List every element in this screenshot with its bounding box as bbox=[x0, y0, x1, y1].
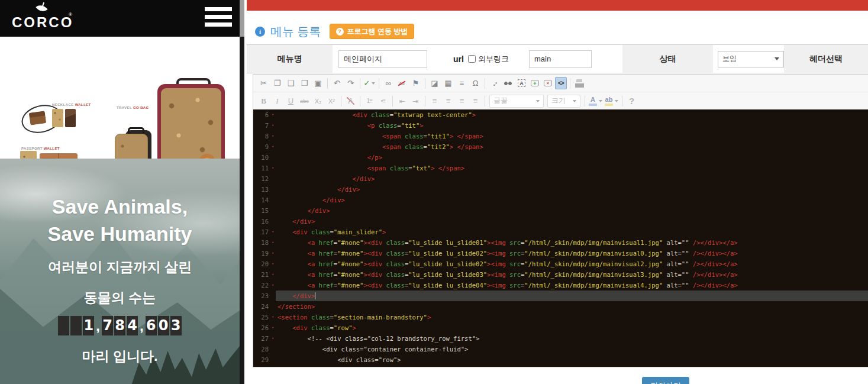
size-dropdown-icon[interactable]: 크기 bbox=[547, 95, 580, 108]
horizontal-line-icon[interactable]: ≡ bbox=[456, 77, 468, 89]
fold-arrow-icon[interactable]: ▾ bbox=[270, 141, 276, 152]
code-line-6[interactable]: 6▾ <div class="txtwrap text-center"> bbox=[253, 109, 868, 120]
fold-arrow-icon[interactable]: ▾ bbox=[270, 248, 276, 259]
copy-icon[interactable]: ❐ bbox=[271, 77, 283, 89]
link-icon[interactable]: ∞ bbox=[382, 77, 395, 89]
superscript-icon[interactable]: X² bbox=[325, 95, 338, 107]
strikethrough-icon[interactable]: abc bbox=[298, 95, 311, 107]
source-code-area[interactable]: 6▾ <div class="txtwrap text-center">7▾ <… bbox=[253, 109, 868, 367]
fold-arrow-icon[interactable]: ▾ bbox=[270, 237, 276, 248]
align-right-icon[interactable]: ≡ bbox=[456, 95, 468, 107]
code-line-10[interactable]: 10 </p> bbox=[253, 152, 868, 163]
table-icon[interactable]: ▦ bbox=[442, 77, 454, 89]
fold-arrow-icon[interactable]: ▾ bbox=[270, 109, 276, 120]
code-line-25[interactable]: 25▾<section class="section-main-brandsto… bbox=[253, 312, 868, 322]
indent-icon[interactable]: ⇥ bbox=[409, 95, 422, 107]
toolbar-separator bbox=[360, 96, 360, 107]
code-line-7[interactable]: 7▾ <p class="tit"> bbox=[253, 120, 868, 131]
code-line-22[interactable]: 22▾ <a href="#none"><div class="lu_slide… bbox=[253, 280, 868, 291]
leaf-icon bbox=[36, 2, 47, 15]
paste-icon[interactable]: ❑ bbox=[285, 77, 297, 89]
code-line-18[interactable]: 18▾ <a href="#none"><div class="lu_slide… bbox=[253, 237, 868, 248]
maximize-icon[interactable]: ↔ bbox=[486, 75, 504, 92]
source-icon[interactable]: <> bbox=[555, 77, 567, 89]
align-left-icon[interactable]: ≡ bbox=[428, 95, 441, 107]
bg-color-icon[interactable]: ab bbox=[605, 96, 618, 106]
code-line-11[interactable]: 11▾ <span class="txt"> </span> bbox=[253, 163, 868, 173]
outdent-icon[interactable]: ⇤ bbox=[396, 95, 408, 107]
numbered-list-icon[interactable]: 1≡ bbox=[363, 95, 376, 107]
code-line-21[interactable]: 21▾ <a href="#none"><div class="lu_slide… bbox=[253, 269, 868, 280]
fold-arrow-icon[interactable]: ▾ bbox=[270, 333, 276, 344]
fold-arrow-icon[interactable]: ▾ bbox=[270, 227, 276, 237]
redo-icon[interactable]: ↷ bbox=[344, 77, 357, 89]
code-line-19[interactable]: 19▾ <a href="#none"><div class="lu_slide… bbox=[253, 248, 868, 259]
code-line-16[interactable]: 16 </div> bbox=[253, 216, 868, 227]
fold-arrow-icon[interactable]: ▾ bbox=[270, 163, 276, 173]
comment-del-icon[interactable]: ✕ bbox=[544, 80, 552, 86]
toolbar-separator bbox=[570, 78, 570, 89]
preview-scrollbar-thumb[interactable] bbox=[240, 0, 244, 37]
code-line-17[interactable]: 17▾ <div class="main_slider"> bbox=[253, 227, 868, 237]
code-line-15[interactable]: 15 </div> bbox=[253, 205, 868, 216]
fold-arrow-icon[interactable]: ▾ bbox=[270, 259, 276, 269]
code-line-12[interactable]: 12 </div> bbox=[253, 173, 868, 184]
code-line-8[interactable]: 8▾ <span class="tit1"> </span> bbox=[253, 131, 868, 141]
code-line-9[interactable]: 9▾ <span class="tit2"> </span> bbox=[253, 141, 868, 152]
code-line-20[interactable]: 20▾ <a href="#none"><div class="lu_slide… bbox=[253, 259, 868, 269]
code-line-27[interactable]: 27▾ <!-- <div class="col-12 brandstory_r… bbox=[253, 333, 868, 344]
code-line-26[interactable]: 26▾ <div class="row"> bbox=[253, 322, 868, 333]
anchor-flag-icon[interactable]: ⚑ bbox=[409, 77, 422, 89]
code-line-24[interactable]: 24</section> bbox=[253, 301, 868, 312]
fold-arrow-icon[interactable]: ▾ bbox=[270, 120, 276, 131]
menu-name-input[interactable] bbox=[338, 50, 427, 68]
code-line-29[interactable]: 29 <div class="row"> bbox=[253, 354, 868, 365]
line-number: 24 bbox=[253, 301, 270, 312]
paste-word-icon[interactable]: ▣ bbox=[312, 77, 324, 89]
find-icon[interactable] bbox=[502, 77, 514, 89]
toolbar-separator bbox=[425, 78, 425, 89]
align-justify-icon[interactable]: ≡ bbox=[469, 95, 482, 107]
toolbar-separator bbox=[425, 96, 425, 107]
image-icon[interactable]: ◪ bbox=[428, 77, 441, 89]
print-icon[interactable] bbox=[573, 77, 586, 89]
code-line-28[interactable]: 28 <div class="container container-fluid… bbox=[253, 344, 868, 354]
brand-name: CORCO bbox=[12, 14, 73, 31]
fold-arrow-icon[interactable]: ▾ bbox=[270, 312, 276, 322]
code-line-13[interactable]: 13 </div> bbox=[253, 184, 868, 195]
site-logo[interactable]: CORCO ® bbox=[12, 2, 77, 34]
fold-arrow-icon[interactable]: ▾ bbox=[270, 280, 276, 291]
unlink-icon[interactable]: ∞ bbox=[396, 77, 408, 89]
align-center-icon[interactable]: ≡ bbox=[442, 95, 454, 107]
paste-text-icon[interactable]: ❒ bbox=[298, 77, 311, 89]
status-label: 상태 bbox=[622, 45, 713, 73]
subscript-icon[interactable]: X₂ bbox=[312, 95, 324, 107]
bold-icon[interactable]: B bbox=[257, 95, 270, 107]
cut-icon[interactable]: ✂ bbox=[257, 77, 270, 89]
remove-format-icon[interactable]: A bbox=[344, 95, 357, 107]
code-line-14[interactable]: 14 </div> bbox=[253, 195, 868, 205]
program-link-help-button[interactable]: ? 프로그램 연동 방법 bbox=[330, 24, 415, 39]
fold-arrow-icon[interactable]: ▾ bbox=[270, 269, 276, 280]
spellcheck-icon[interactable]: ✓ bbox=[363, 77, 376, 89]
underline-icon[interactable]: U bbox=[285, 95, 297, 107]
font-dropdown-icon[interactable]: 글꼴 bbox=[489, 95, 544, 108]
menu-form-row: 메뉴명 url 외부링크 상태 보임 헤더선택 bbox=[247, 44, 868, 73]
bulleted-list-icon[interactable]: •≡ bbox=[377, 95, 389, 107]
external-link-checkbox[interactable] bbox=[468, 55, 476, 63]
hamburger-menu-icon[interactable] bbox=[205, 7, 232, 30]
fold-arrow-icon[interactable]: ▾ bbox=[270, 322, 276, 333]
help-icon[interactable]: ? bbox=[625, 95, 638, 107]
save-button[interactable]: 저장하기 bbox=[642, 377, 689, 384]
fold-arrow-icon[interactable]: ▾ bbox=[270, 131, 276, 141]
undo-icon[interactable]: ↶ bbox=[331, 77, 343, 89]
code-line-23[interactable]: 23 </div> bbox=[253, 291, 868, 301]
special-char-icon[interactable]: Ω bbox=[469, 77, 482, 89]
url-input[interactable] bbox=[529, 50, 592, 68]
text-color-icon[interactable]: A bbox=[589, 96, 602, 106]
comment-add-icon[interactable]: + bbox=[531, 80, 539, 86]
code-line-30[interactable]: 30 <div class="col-12 brandstoryTxtWrap … bbox=[253, 365, 868, 367]
italic-icon[interactable]: I bbox=[271, 95, 283, 107]
status-select[interactable]: 보임 bbox=[718, 51, 784, 67]
select-all-icon[interactable]: A bbox=[518, 79, 525, 87]
